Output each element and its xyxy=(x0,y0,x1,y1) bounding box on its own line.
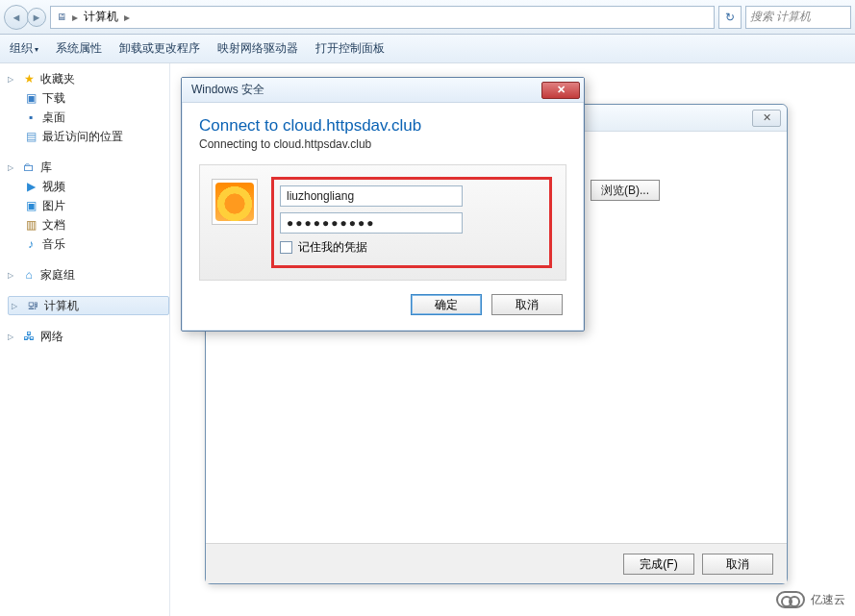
recent-icon: ▤ xyxy=(23,129,38,144)
close-button[interactable]: ✕ xyxy=(541,82,580,99)
ok-button[interactable]: 确定 xyxy=(411,294,482,315)
breadcrumb-root[interactable]: 计算机 xyxy=(80,9,122,25)
pane-divider xyxy=(169,63,170,616)
connect-subtext: Connecting to cloud.httpsdav.club xyxy=(199,137,566,151)
watermark-text: 亿速云 xyxy=(811,592,845,608)
uninstall-programs[interactable]: 卸载或更改程序 xyxy=(119,40,200,57)
nav-forward-button[interactable]: ► xyxy=(27,8,46,27)
network-icon: 🖧 xyxy=(21,329,37,344)
picture-icon: ▣ xyxy=(23,198,38,213)
username-input[interactable]: liuzhongliang xyxy=(280,185,463,207)
security-dialog: Windows 安全 ✕ Connect to cloud.httpsdav.c… xyxy=(181,77,585,332)
computer-icon: 🖥 xyxy=(53,9,70,26)
homegroup-header[interactable]: ▷⌂家庭组 xyxy=(8,265,169,284)
wizard-close-button[interactable]: ✕ xyxy=(752,110,781,127)
computer-icon: 🖳 xyxy=(25,298,40,313)
sidebar-item-downloads[interactable]: ▣下载 xyxy=(8,88,169,108)
breadcrumb-dropdown[interactable]: ▸ xyxy=(70,11,80,24)
dialog-button-row: 确定 取消 xyxy=(199,281,566,317)
map-network-drive[interactable]: 映射网络驱动器 xyxy=(217,40,298,57)
security-titlebar: Windows 安全 ✕ xyxy=(182,78,584,103)
cancel-button[interactable]: 取消 xyxy=(702,554,773,575)
open-control-panel[interactable]: 打开控制面板 xyxy=(315,40,385,57)
cancel-button[interactable]: 取消 xyxy=(491,294,563,315)
highlight-box: liuzhongliang ●●●●●●●●●● 记住我的凭据 xyxy=(271,177,552,268)
breadcrumb-sep[interactable]: ▸ xyxy=(122,11,132,24)
wizard-button-row: 完成(F) 取消 xyxy=(206,543,787,583)
watermark: 亿速云 xyxy=(776,591,845,608)
nav-arrows: ◄ ► xyxy=(4,5,46,30)
watermark-logo-icon xyxy=(776,591,805,608)
desktop-icon: ▪ xyxy=(23,110,38,125)
favorites-header[interactable]: ▷★收藏夹 xyxy=(8,69,169,88)
password-input[interactable]: ●●●●●●●●●● xyxy=(280,212,463,234)
video-icon: ▶ xyxy=(23,179,38,194)
nav-back-button[interactable]: ◄ xyxy=(4,5,29,30)
flower-icon xyxy=(215,183,254,221)
sidebar-item-recent[interactable]: ▤最近访问的位置 xyxy=(8,127,169,146)
sidebar-item-documents[interactable]: ▥文档 xyxy=(8,215,169,234)
star-icon: ★ xyxy=(21,71,37,86)
remember-checkbox[interactable]: 记住我的凭据 xyxy=(280,239,541,256)
sidebar-item-music[interactable]: ♪音乐 xyxy=(8,234,169,254)
credential-panel: liuzhongliang ●●●●●●●●●● 记住我的凭据 xyxy=(199,164,566,281)
computer-header[interactable]: ▷🖳计算机 xyxy=(8,296,169,315)
sidebar-item-pictures[interactable]: ▣图片 xyxy=(8,196,169,215)
search-input[interactable]: 搜索 计算机 xyxy=(745,6,851,29)
libraries-header[interactable]: ▷🗀库 xyxy=(8,158,169,177)
user-avatar xyxy=(212,179,258,225)
checkbox-icon xyxy=(280,241,292,254)
document-icon: ▥ xyxy=(23,217,38,233)
sidebar-item-videos[interactable]: ▶视频 xyxy=(8,177,169,196)
breadcrumb-bar[interactable]: 🖥 ▸ 计算机 ▸ xyxy=(50,6,715,29)
download-icon: ▣ xyxy=(23,90,38,106)
sidebar-item-desktop[interactable]: ▪桌面 xyxy=(8,108,169,127)
explorer-toolbar: 组织 系统属性 卸载或更改程序 映射网络驱动器 打开控制面板 xyxy=(0,35,855,63)
library-icon: 🗀 xyxy=(21,160,37,175)
finish-button[interactable]: 完成(F) xyxy=(623,554,694,575)
music-icon: ♪ xyxy=(23,236,38,252)
nav-pane: ▷★收藏夹 ▣下载 ▪桌面 ▤最近访问的位置 ▷🗀库 ▶视频 ▣图片 ▥文档 ♪… xyxy=(0,63,169,616)
security-title: Windows 安全 xyxy=(191,82,264,98)
system-properties[interactable]: 系统属性 xyxy=(56,40,102,57)
browse-button[interactable]: 浏览(B)... xyxy=(591,180,660,201)
organize-menu[interactable]: 组织 xyxy=(10,40,38,57)
homegroup-icon: ⌂ xyxy=(21,267,37,283)
connect-heading: Connect to cloud.httpsdav.club xyxy=(199,116,566,136)
network-header[interactable]: ▷🖧网络 xyxy=(8,327,169,346)
search-placeholder: 搜索 计算机 xyxy=(750,9,811,25)
explorer-topbar: ◄ ► 🖥 ▸ 计算机 ▸ ↻ 搜索 计算机 xyxy=(0,0,855,35)
refresh-button[interactable]: ↻ xyxy=(718,6,742,29)
